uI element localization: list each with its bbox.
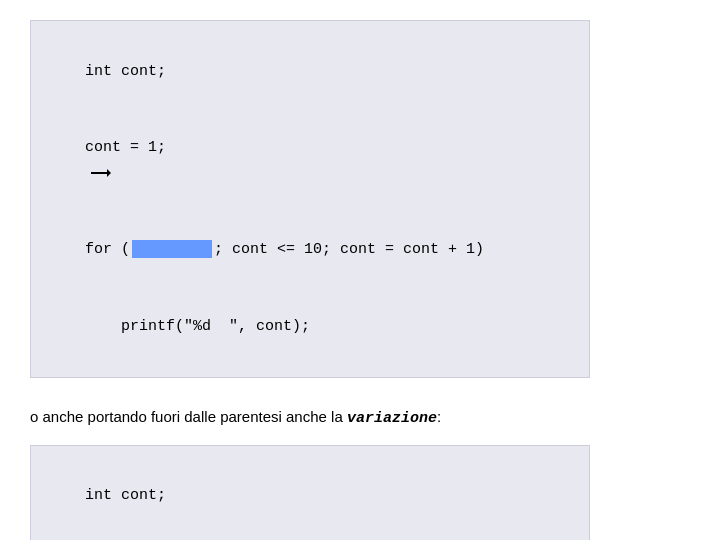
code-block-1: int cont; cont = 1; for ( ; cont <= 10; …	[30, 20, 590, 378]
code-line-2-1: int cont;	[49, 458, 571, 535]
code-line-2-2: cont = 1;	[49, 534, 571, 540]
code-line-1-4: printf("%d ", cont);	[49, 288, 571, 365]
code-block-2: int cont; cont = 1; for ( ; cont <= 10; …	[30, 445, 590, 541]
line-text: cont = 1;	[85, 139, 166, 156]
code-line-1-2: cont = 1;	[49, 110, 571, 212]
line-text: int cont;	[85, 487, 166, 504]
code-line-1-3: for ( ; cont <= 10; cont = cont + 1)	[49, 212, 571, 289]
arrow-icon	[89, 165, 111, 181]
desc-text-part: o anche portando fuori dalle parentesi a…	[30, 408, 347, 425]
description: o anche portando fuori dalle parentesi a…	[30, 408, 690, 427]
line-text: printf("%d ", cont);	[85, 318, 310, 335]
line-text: for ( ; cont <= 10; cont = cont + 1)	[85, 241, 484, 258]
variazione-keyword: variazione	[347, 410, 437, 427]
highlight-initializer-1	[132, 240, 212, 258]
desc-colon: :	[437, 408, 441, 425]
line-text: int cont;	[85, 63, 166, 80]
code-line-1-1: int cont;	[49, 33, 571, 110]
svg-marker-1	[107, 169, 111, 177]
